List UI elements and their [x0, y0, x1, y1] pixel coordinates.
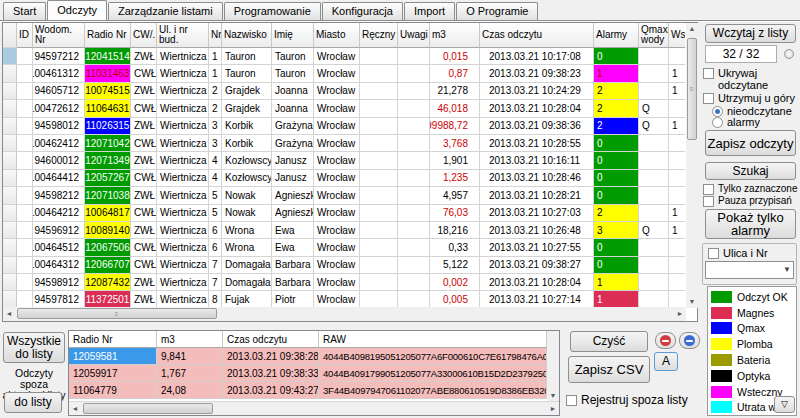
- grid-cell-uwagi[interactable]: [398, 118, 430, 135]
- grid-cell-radio[interactable]: 12057267: [85, 170, 131, 187]
- save-readings-button[interactable]: Zapisz odczyty: [705, 130, 796, 156]
- grid-cell-czas[interactable]: 2013.03.21 10:27:03: [480, 205, 594, 222]
- to-list-button[interactable]: do listy: [4, 392, 62, 413]
- grid-cell-uwagi[interactable]: [398, 48, 430, 65]
- grid-cell-ulica[interactable]: Wiertnicza 2: [157, 274, 209, 291]
- tab-zarządzanie-listami[interactable]: Zarządzanie listami: [108, 2, 223, 20]
- grid-cell-qmax[interactable]: Q: [639, 100, 669, 117]
- grid-cell-czas[interactable]: 2013.03.21 09:38:23: [480, 65, 594, 82]
- grid-cell-cw[interactable]: CWŁ: [131, 65, 157, 82]
- grid-cell-nazwisko[interactable]: Kozłowscy: [222, 170, 272, 187]
- grid-column-header[interactable]: ID: [17, 23, 33, 48]
- grid-column-header[interactable]: Ręczny: [360, 23, 398, 48]
- grid-cell-nazwisko[interactable]: Tauron: [222, 48, 272, 65]
- grid-cell-wste[interactable]: [669, 170, 685, 187]
- scroll-left-icon[interactable]: ◄: [69, 402, 81, 416]
- outside-cell-raw[interactable]: 4044B4098195051205077A6F000610C7E6179847…: [319, 348, 547, 365]
- checkbox-icon[interactable]: [708, 248, 719, 259]
- grid-cell-nr[interactable]: 2: [209, 100, 222, 117]
- grid-cell-wodom[interactable]: 100464512: [33, 239, 85, 256]
- outside-cell-radio[interactable]: 12059917: [69, 365, 157, 382]
- checkbox-icon[interactable]: [703, 68, 714, 79]
- grid-cell-uwagi[interactable]: [398, 83, 430, 100]
- grid-cell-radio[interactable]: 11372501: [85, 291, 131, 307]
- grid-cell-wodom[interactable]: 94596912: [33, 222, 85, 239]
- grid-cell-m3[interactable]: 5,122: [430, 257, 480, 274]
- grid-column-header[interactable]: Qmax/l wody: [639, 23, 669, 48]
- grid-cell-reczny[interactable]: [360, 135, 398, 152]
- grid-cell-wste[interactable]: 1: [669, 83, 685, 100]
- grid-cell-cw[interactable]: ZWŁ: [131, 291, 157, 307]
- grid-column-header[interactable]: Wodom. Nr: [33, 23, 85, 48]
- blue-led-button[interactable]: [679, 332, 700, 349]
- grid-cell-id[interactable]: [17, 257, 33, 274]
- grid-cell-uwagi[interactable]: [398, 187, 430, 204]
- grid-cell-wodom[interactable]: 100472612: [33, 100, 85, 117]
- grid-cell-reczny[interactable]: [360, 274, 398, 291]
- grid-cell-imie[interactable]: Tauron: [272, 65, 314, 82]
- grid-cell-id[interactable]: [17, 118, 33, 135]
- row-selector-cell[interactable]: [3, 205, 17, 222]
- grid-cell-uwagi[interactable]: [398, 291, 430, 307]
- grid-cell-miasto[interactable]: Wrocław: [314, 152, 360, 169]
- register-outside-checkbox[interactable]: Rejestruj spoza listy: [566, 393, 688, 407]
- grid-cell-uwagi[interactable]: [398, 239, 430, 256]
- row-selector-cell[interactable]: [3, 170, 17, 187]
- grid-cell-wste[interactable]: [669, 239, 685, 256]
- grid-cell-cw[interactable]: ZWŁ: [131, 187, 157, 204]
- grid-cell-nr[interactable]: 6: [209, 222, 222, 239]
- grid-cell-wodom[interactable]: 94597212: [33, 48, 85, 65]
- grid-cell-wodom[interactable]: 94600012: [33, 152, 85, 169]
- grid-cell-nr[interactable]: 4: [209, 170, 222, 187]
- grid-cell-cw[interactable]: CWŁ: [131, 239, 157, 256]
- outside-hscroll-thumb[interactable]: [83, 403, 213, 414]
- row-selector-cell[interactable]: [3, 274, 17, 291]
- grid-cell-m3[interactable]: 3,768: [430, 135, 480, 152]
- tab-o-programie[interactable]: O Programie: [456, 2, 538, 20]
- pause-assign-checkbox[interactable]: Pauza przypisań: [703, 195, 800, 207]
- grid-cell-miasto[interactable]: Wrocław: [314, 291, 360, 307]
- grid-cell-nazwisko[interactable]: Domagała: [222, 257, 272, 274]
- outside-column-header[interactable]: m3: [157, 331, 223, 348]
- outside-cell-m3[interactable]: 9,841: [157, 348, 223, 365]
- grid-cell-ulica[interactable]: Wiertnicza 2: [157, 222, 209, 239]
- grid-cell-imie[interactable]: Ewa: [272, 239, 314, 256]
- outside-table-hscroll[interactable]: ◄ ►: [69, 401, 559, 415]
- grid-cell-qmax[interactable]: [639, 187, 669, 204]
- grid-cell-imie[interactable]: Piotr: [272, 291, 314, 307]
- grid-cell-m3[interactable]: 46,018: [430, 100, 480, 117]
- grid-cell-cw[interactable]: CWŁ: [131, 205, 157, 222]
- grid-cell-id[interactable]: [17, 152, 33, 169]
- grid-cell-wste[interactable]: [669, 187, 685, 204]
- grid-cell-czas[interactable]: 2013.03.21 10:28:21: [480, 187, 594, 204]
- grid-cell-ulica[interactable]: Wiertnicza 2: [157, 100, 209, 117]
- grid-cell-radio[interactable]: 12067506: [85, 239, 131, 256]
- grid-cell-qmax[interactable]: [639, 239, 669, 256]
- grid-cell-alarmy[interactable]: 2: [594, 100, 639, 117]
- grid-cell-m3[interactable]: 18,216: [430, 222, 480, 239]
- grid-column-header[interactable]: Alarmy: [594, 23, 639, 48]
- grid-cell-czas[interactable]: 2013.03.21 09:38:36: [480, 118, 594, 135]
- scroll-left-icon[interactable]: ◄: [3, 307, 15, 321]
- grid-column-header[interactable]: Nazwisko: [222, 23, 272, 48]
- grid-cell-nazwisko[interactable]: Fujak: [222, 291, 272, 307]
- outside-cell-czas[interactable]: 2013.03.21 09:38:28: [223, 348, 319, 365]
- grid-cell-qmax[interactable]: [639, 170, 669, 187]
- grid-cell-nr[interactable]: 7: [209, 274, 222, 291]
- grid-cell-alarmy[interactable]: 2: [594, 205, 639, 222]
- grid-cell-alarmy[interactable]: 2: [594, 83, 639, 100]
- grid-cell-m3[interactable]: 0,005: [430, 291, 480, 307]
- row-selector-cell[interactable]: [3, 118, 17, 135]
- grid-cell-wste[interactable]: 1: [669, 118, 685, 135]
- grid-cell-wste[interactable]: [669, 135, 685, 152]
- row-selector-cell[interactable]: [3, 48, 17, 65]
- grid-cell-nr[interactable]: 2: [209, 83, 222, 100]
- only-selected-checkbox[interactable]: Tylko zaznaczone: [703, 183, 800, 195]
- grid-cell-reczny[interactable]: [360, 65, 398, 82]
- row-selector-cell[interactable]: [3, 187, 17, 204]
- grid-vscroll-thumb[interactable]: ≡: [687, 38, 697, 140]
- grid-cell-miasto[interactable]: Wrocław: [314, 187, 360, 204]
- grid-cell-nr[interactable]: 5: [209, 187, 222, 204]
- grid-cell-wste[interactable]: [669, 100, 685, 117]
- grid-column-header[interactable]: Radio Nr: [85, 23, 131, 48]
